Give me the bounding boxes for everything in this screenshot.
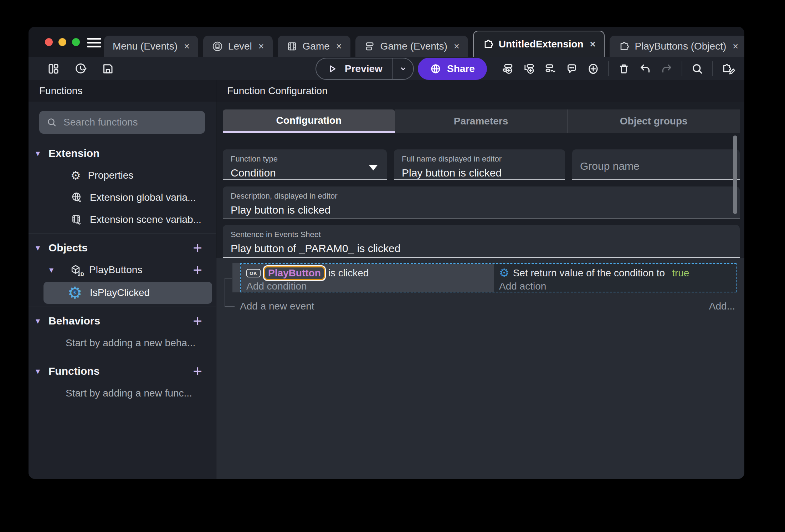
functions-tree: Extension Properties Extension global va… [29, 136, 216, 404]
function-type-value[interactable] [231, 167, 378, 179]
close-icon[interactable] [454, 41, 460, 52]
traffic-lights [45, 38, 80, 46]
scene-variable-icon [71, 214, 83, 226]
tab-label: PlayButtons (Object) [635, 41, 726, 52]
caret-down-icon[interactable] [36, 366, 48, 376]
preview-button[interactable]: Preview [316, 58, 392, 79]
selected-event[interactable]: OK PlayButton is clicked Add condition S… [240, 263, 737, 292]
caret-down-icon[interactable] [49, 265, 62, 275]
group-name-input[interactable] [580, 160, 731, 172]
section-extension[interactable]: Extension [29, 142, 216, 164]
close-icon[interactable] [336, 41, 342, 52]
globe-variable-icon [71, 191, 83, 204]
add-other-event-icon[interactable] [544, 62, 557, 75]
dropdown-arrow-icon[interactable] [369, 165, 378, 170]
tab-game[interactable]: Game [278, 36, 350, 57]
condition-object-chip[interactable]: PlayButton [264, 266, 325, 280]
search-functions-input[interactable] [63, 117, 205, 128]
film-icon [286, 41, 298, 52]
section-functions[interactable]: Functions [29, 360, 216, 382]
save-icon[interactable] [101, 62, 114, 75]
trash-icon[interactable] [617, 62, 630, 75]
gear-icon [71, 169, 81, 182]
add-more-button[interactable]: Add... [709, 301, 735, 312]
sidebar-item-properties[interactable]: Properties [29, 164, 216, 186]
sentence-field[interactable]: Sentence in Events Sheet [223, 225, 740, 258]
device-icon [212, 41, 223, 52]
add-new-event-button[interactable]: Add a new event [240, 301, 314, 312]
sidebar-item-extension-global-variables[interactable]: Extension global varia... [29, 186, 216, 209]
toolbar-divider [682, 61, 682, 76]
action-text: Set return value of the condition to [513, 267, 665, 279]
section-objects[interactable]: Objects [29, 237, 216, 259]
preview-dropdown-button[interactable] [392, 58, 413, 79]
toolbar: Preview Share [29, 57, 744, 80]
circle-plus-icon[interactable] [587, 62, 600, 75]
tab-parameters[interactable]: Parameters [395, 109, 567, 133]
sidebar-item-playbuttons[interactable]: 2D PlayButtons [29, 259, 216, 281]
function-type-field[interactable]: Function type [223, 149, 387, 180]
play-icon [327, 63, 338, 74]
sentence-input[interactable] [231, 242, 731, 255]
caret-down-icon[interactable] [36, 148, 48, 158]
search-icon[interactable] [691, 62, 704, 75]
preview-label: Preview [345, 63, 383, 75]
edit-extension-icon[interactable] [722, 62, 735, 76]
chevron-down-icon [399, 64, 408, 73]
behaviors-hint: Start by adding a new beha... [29, 332, 216, 354]
full-name-input[interactable] [402, 167, 556, 179]
close-icon[interactable] [733, 41, 738, 52]
tab-menu-events[interactable]: Menu (Events) [104, 36, 198, 57]
scrollbar-thumb[interactable] [733, 135, 737, 214]
group-name-field[interactable] [572, 149, 740, 180]
tab-game-events[interactable]: Game (Events) [355, 36, 468, 57]
tab-label: Menu (Events) [113, 41, 178, 52]
close-icon[interactable] [258, 41, 264, 52]
functions-sidebar: Functions Extension Properties [29, 80, 216, 479]
description-input[interactable] [231, 204, 731, 216]
search-icon [46, 117, 57, 128]
configuration-tabs: Configuration Parameters Object groups [223, 109, 740, 133]
add-action-button[interactable]: Add action [499, 281, 736, 292]
minimize-window-button[interactable] [58, 38, 66, 46]
tab-playbuttons-object[interactable]: PlayButtons (Object) [610, 36, 744, 57]
cube-2d-label: 2D [78, 271, 84, 277]
caret-down-icon[interactable] [36, 316, 48, 326]
function-type-label: Function type [231, 154, 378, 164]
button-object-icon: OK [246, 269, 261, 277]
undo-icon[interactable] [639, 62, 652, 75]
caret-down-icon[interactable] [36, 243, 48, 253]
comment-icon[interactable] [565, 62, 578, 75]
redo-icon[interactable] [660, 62, 673, 75]
close-icon[interactable] [184, 41, 190, 52]
close-window-button[interactable] [45, 38, 53, 46]
tab-object-groups[interactable]: Object groups [567, 109, 740, 133]
add-event-icon[interactable] [501, 62, 514, 75]
add-condition-button[interactable]: Add condition [246, 281, 494, 292]
share-button[interactable]: Share [418, 58, 487, 80]
zoom-window-button[interactable] [72, 38, 80, 46]
project-manager-icon[interactable] [47, 62, 60, 75]
tab-level[interactable]: Level [203, 36, 273, 57]
sidebar-item-isplayclicked[interactable]: IsPlayClicked [43, 282, 212, 304]
close-icon[interactable] [590, 39, 596, 50]
full-name-field[interactable]: Full name displayed in editor [394, 149, 565, 180]
preview-button-group: Preview [315, 58, 414, 80]
events-icon [364, 41, 375, 52]
menu-icon[interactable] [87, 38, 101, 47]
condition-text: is clicked [328, 267, 369, 279]
search-functions-box[interactable] [39, 111, 205, 134]
description-field[interactable]: Description, displayed in editor [223, 186, 740, 219]
event-drag-handle[interactable] [232, 263, 240, 292]
actions-column: Set return value of the condition to tru… [494, 264, 736, 292]
add-subevent-icon[interactable] [523, 62, 535, 75]
history-icon[interactable] [74, 62, 87, 75]
action-row[interactable]: Set return value of the condition to tru… [499, 266, 736, 281]
tab-untitled-extension[interactable]: UntitledExtension [473, 31, 605, 57]
section-behaviors[interactable]: Behaviors [29, 310, 216, 332]
function-configuration-panel: Function Configuration Configuration Par… [216, 80, 744, 479]
condition-row[interactable]: OK PlayButton is clicked [246, 266, 494, 281]
tab-configuration[interactable]: Configuration [223, 109, 395, 133]
sidebar-item-extension-scene-variables[interactable]: Extension scene variab... [29, 209, 216, 231]
full-name-label: Full name displayed in editor [402, 154, 556, 164]
